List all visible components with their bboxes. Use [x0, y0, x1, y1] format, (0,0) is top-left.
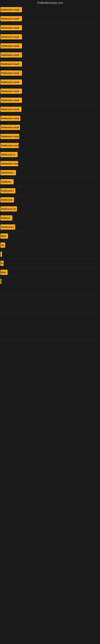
result-bar-row: Bottleneck: [0, 196, 100, 204]
result-bar-label: Bottleneck r: [1, 226, 14, 228]
result-bar-label: Bottleneck result: [1, 90, 19, 92]
result-bar-row: Bottleneck r: [0, 222, 100, 232]
result-bar: Bottleneck result: [0, 125, 20, 130]
result-bar: Bottlenec: [0, 179, 14, 184]
result-bar-row: Bottlenec: [0, 177, 100, 186]
result-bar-label: Bottleneck result: [1, 36, 19, 38]
result-bar: Bottleneck result: [0, 88, 22, 94]
result-bar: Bottleneck r: [0, 224, 15, 230]
result-bar-label: Bottleneck res: [1, 208, 16, 210]
result-bar-row: Bo: [0, 241, 100, 250]
result-bar-row: Bottleneck result: [0, 114, 100, 123]
result-bar-row: Bottleneck result: [0, 132, 100, 141]
result-bar-label: Bottleneck result: [1, 18, 19, 20]
result-bar: [0, 252, 2, 257]
result-bar-row: Bottleneck result: [0, 96, 100, 105]
result-bar-row: Bottleneck result: [0, 42, 100, 50]
result-bar: Bo: [0, 242, 5, 248]
result-bar: [0, 279, 1, 284]
result-bar: Bottleneck result: [0, 116, 20, 121]
result-bar: Bottleneck result: [0, 98, 22, 103]
result-bar-label: Bottleneck result: [1, 81, 19, 83]
result-bar-row: B: [0, 259, 100, 268]
result-bar: Bott: [0, 234, 8, 239]
result-bar: Bottleneck result: [0, 52, 22, 58]
result-bar-row: Bottleneck result: [0, 69, 100, 78]
result-bar-row: Bottleneck result: [0, 141, 100, 150]
result-bar: Bottleneck result: [0, 107, 21, 112]
site-title: TheBottlenecker.com: [0, 0, 100, 5]
result-bar-label: Bottleneck result: [1, 26, 19, 29]
site-header: TheBottlenecker.com: [0, 0, 100, 5]
result-bar-label: Bottlenec: [1, 180, 11, 183]
result-bar-label: Bo: [1, 244, 4, 246]
result-bar-row: Bottleneck result: [0, 32, 100, 41]
result-bar: Bottleneck result: [0, 34, 22, 40]
result-bar-label: Bottleneck result: [1, 45, 19, 47]
result-bar-row: Bottleneck result: [0, 14, 100, 23]
result-bar: Bottleneck result: [0, 161, 18, 166]
result-bar: Bottleneck re: [0, 152, 18, 157]
result-bar-label: Bottleneck r: [1, 172, 14, 174]
result-bar-label: Bott: [1, 235, 6, 237]
result-bar-label: Bottleneck result: [1, 126, 19, 128]
result-bar: Bottleneck result: [0, 143, 19, 148]
result-bar: Bottleneck r: [0, 188, 15, 194]
result-bar-row: [0, 322, 100, 331]
result-bar-row: Bottleneck re: [0, 150, 100, 159]
result-bar: Bottleneck result: [0, 7, 22, 12]
result-bar: B: [0, 260, 3, 266]
result-bar-row: Bott: [0, 268, 100, 277]
result-bar-row: Bottleneck result: [0, 78, 100, 86]
result-bar-label: Bottleneck result: [1, 117, 19, 120]
result-bar-label: Bottleneck result: [1, 54, 19, 56]
result-bar-row: [0, 340, 100, 349]
result-bar: Bottlene: [0, 215, 12, 220]
result-bar-row: [0, 250, 100, 258]
result-bar-row: Bottleneck result: [0, 23, 100, 32]
result-bar-row: Bottleneck result: [0, 87, 100, 96]
result-bar-label: Bottleneck result: [1, 72, 19, 74]
result-bar-row: Bottleneck result: [0, 105, 100, 114]
result-bar-row: [0, 313, 100, 322]
result-bar: Bottleneck result: [0, 134, 19, 139]
result-bar-label: Bottleneck result: [1, 162, 19, 165]
result-bar-row: [0, 286, 100, 295]
result-bar-label: Bottleneck result: [1, 99, 19, 102]
result-bar-row: [0, 304, 100, 313]
result-bar-label: B: [1, 262, 3, 264]
result-bar-row: [0, 277, 100, 286]
result-bar: Bottleneck result: [0, 70, 22, 76]
result-bar: Bottleneck: [0, 197, 14, 202]
result-bar-row: Bottleneck result: [0, 123, 100, 132]
result-bar-row: Bottleneck r: [0, 168, 100, 177]
result-bar-label: Bottleneck result: [1, 144, 19, 147]
result-bar: Bottleneck result: [0, 25, 22, 30]
result-bar: Bottleneck result: [0, 80, 22, 85]
result-bar-row: Bottleneck r: [0, 186, 100, 195]
result-bar: Bottleneck result: [0, 43, 22, 48]
result-bar-row: Bottleneck result: [0, 5, 100, 14]
result-bar-row: [0, 295, 100, 304]
result-bar: Bottleneck res: [0, 206, 17, 212]
result-bar-label: Bottleneck re: [1, 153, 15, 156]
result-bar-row: Bottlene: [0, 214, 100, 222]
result-bar-label: Bott: [1, 271, 6, 274]
result-bar: Bott: [0, 270, 8, 275]
result-bar-row: Bottleneck result: [0, 50, 100, 59]
result-bar-label: Bottleneck: [1, 199, 12, 201]
result-bar-row: Bottleneck result: [0, 60, 100, 68]
result-bar-row: Bott: [0, 232, 100, 240]
result-bar-label: Bottleneck result: [1, 108, 19, 110]
result-bar-label: Bottlene: [1, 217, 10, 219]
result-bar-row: Bottleneck result: [0, 159, 100, 168]
result-bar: Bottleneck result: [0, 62, 22, 66]
result-bar-row: Bottleneck res: [0, 204, 100, 213]
result-bar-label: Bottleneck result: [1, 8, 19, 11]
result-bar: Bottleneck result: [0, 16, 22, 21]
bars-container: Bottleneck resultBottleneck resultBottle…: [0, 5, 100, 349]
result-bar-label: Bottleneck result: [1, 63, 19, 65]
result-bar-label: Bottleneck result: [1, 135, 19, 138]
result-bar-label: Bottleneck r: [1, 190, 14, 192]
result-bar-row: [0, 331, 100, 340]
